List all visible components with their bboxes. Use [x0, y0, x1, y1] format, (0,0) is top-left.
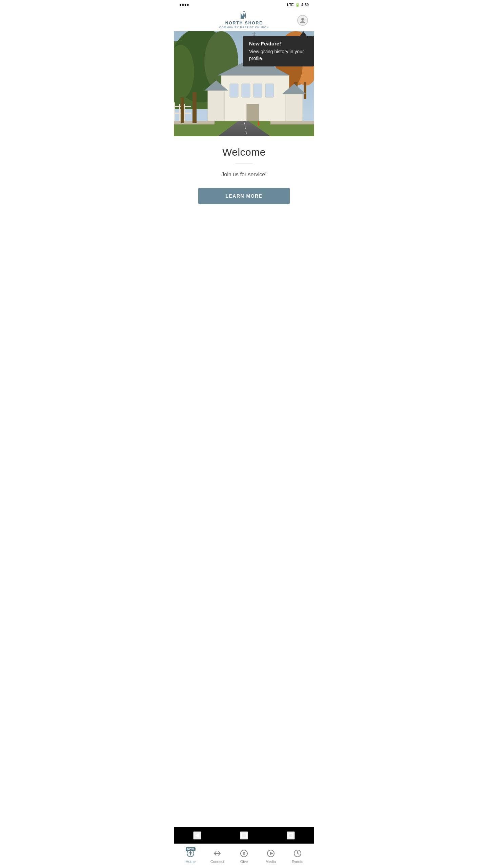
svg-marker-1: [244, 13, 246, 19]
tooltip-body: View giving history in your profile: [249, 48, 308, 62]
join-text: Join us for service!: [181, 172, 307, 178]
logo-svg-icon: [239, 11, 249, 20]
svg-rect-21: [253, 84, 262, 97]
lte-indicator: LTE: [287, 3, 294, 7]
logo-text-block: NORTH SHORE COMMUNITY BAPTIST CHURCH: [219, 21, 269, 29]
user-silhouette-icon: [299, 17, 306, 24]
svg-rect-23: [247, 104, 259, 123]
page-wrapper: ●●●● LTE 🔋 4:59 NORTH SHORE COMMUNITY BA…: [174, 0, 314, 255]
logo-community-baptist: COMMUNITY BAPTIST CHURCH: [219, 26, 269, 29]
time-display: 4:59: [301, 3, 309, 7]
svg-rect-27: [208, 91, 225, 123]
app-header: NORTH SHORE COMMUNITY BAPTIST CHURCH New…: [174, 9, 314, 31]
svg-rect-20: [242, 84, 250, 97]
signal-dots: ●●●●: [179, 2, 189, 7]
svg-rect-12: [304, 82, 306, 99]
tooltip-box: New Feature! View giving history in your…: [243, 36, 314, 66]
divider: [236, 163, 252, 163]
content-area: Welcome Join us for service! LEARN MORE: [174, 136, 314, 214]
svg-rect-22: [265, 84, 274, 97]
battery-icon: 🔋: [295, 3, 300, 7]
svg-rect-41: [192, 92, 197, 123]
status-bar-right: LTE 🔋 4:59: [287, 3, 309, 7]
new-feature-tooltip: New Feature! View giving history in your…: [243, 31, 314, 66]
status-bar: ●●●● LTE 🔋 4:59: [174, 0, 314, 9]
svg-rect-29: [286, 94, 303, 123]
tooltip-arrow: [300, 31, 307, 36]
svg-point-2: [301, 18, 304, 21]
app-logo: NORTH SHORE COMMUNITY BAPTIST CHURCH: [219, 11, 269, 29]
svg-rect-42: [181, 97, 184, 123]
welcome-title: Welcome: [181, 146, 307, 158]
svg-rect-40: [270, 121, 314, 124]
tooltip-title: New Feature!: [249, 41, 308, 46]
status-bar-left: ●●●●: [179, 2, 189, 7]
profile-icon: [297, 15, 308, 26]
profile-button[interactable]: [297, 14, 309, 26]
logo-north-shore: NORTH SHORE: [219, 21, 269, 26]
svg-marker-0: [241, 13, 244, 19]
learn-more-button[interactable]: LEARN MORE: [198, 188, 289, 204]
svg-rect-19: [230, 84, 238, 97]
